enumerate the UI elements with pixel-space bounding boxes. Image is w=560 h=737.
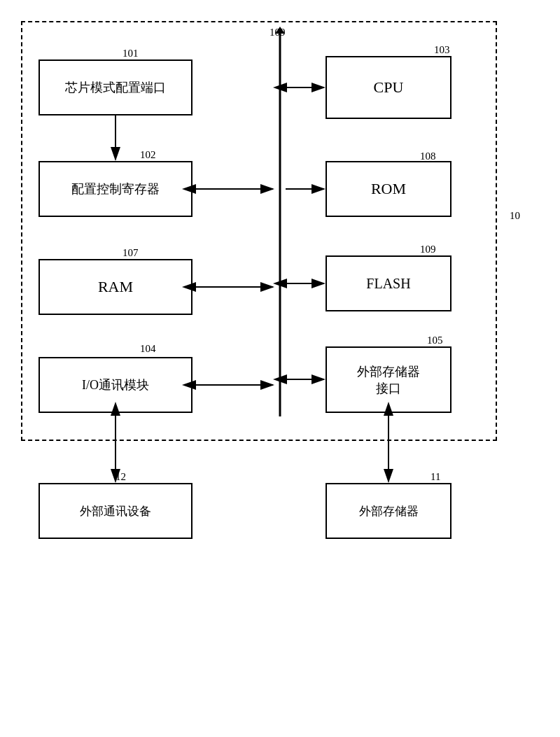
rom-box: ROM bbox=[326, 161, 451, 217]
ref-108: 108 bbox=[420, 150, 436, 162]
chip-config-box: 芯片模式配置端口 bbox=[38, 59, 192, 115]
ref-105: 105 bbox=[427, 335, 443, 346]
ref-12: 12 bbox=[115, 471, 126, 483]
cpu-box: CPU bbox=[326, 56, 451, 119]
ref-109-top: 109 bbox=[270, 27, 286, 38]
ram-box: RAM bbox=[38, 259, 192, 315]
ref-103: 103 bbox=[434, 44, 450, 56]
ref-101: 101 bbox=[122, 48, 139, 59]
diagram: 10 芯片模式配置端口 配置控制寄存器 CPU ROM RAM FLASH I/… bbox=[0, 0, 560, 737]
flash-box: FLASH bbox=[326, 255, 451, 311]
ref-109-flash: 109 bbox=[420, 244, 436, 255]
ext-comm-box: 外部通讯设备 bbox=[38, 483, 192, 539]
ext-storage-box: 外部存储器 bbox=[326, 483, 451, 539]
ref-11: 11 bbox=[430, 471, 440, 483]
io-box: I/O通讯模块 bbox=[38, 357, 192, 413]
config-ctrl-box: 配置控制寄存器 bbox=[38, 161, 192, 217]
ext-storage-if-box: 外部存储器 接口 bbox=[326, 346, 451, 413]
ref-107: 107 bbox=[122, 247, 139, 259]
ref-10: 10 bbox=[510, 210, 520, 222]
ref-104: 104 bbox=[140, 343, 156, 355]
ref-102: 102 bbox=[140, 149, 156, 161]
